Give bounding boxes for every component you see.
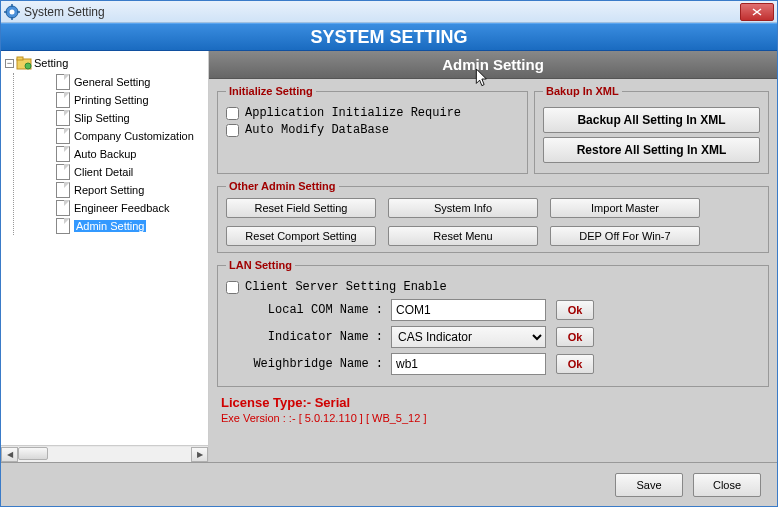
- tree-collapse-icon[interactable]: −: [5, 59, 14, 68]
- restore-all-xml-button[interactable]: Restore All Setting In XML: [543, 137, 760, 163]
- tree-item-label: Company Customization: [74, 130, 194, 142]
- tree-item-general-setting[interactable]: General Setting: [54, 73, 204, 91]
- close-window-button[interactable]: [740, 3, 774, 21]
- local-com-ok-button[interactable]: Ok: [556, 300, 594, 320]
- horizontal-scrollbar[interactable]: ◀ ▶: [1, 445, 208, 462]
- exe-version-text: Exe Version : :- [ 5.0.12.110 ] [ WB_5_1…: [221, 412, 765, 424]
- other-admin-group: Other Admin Setting Reset Field Setting …: [217, 180, 769, 253]
- close-icon: [752, 8, 762, 16]
- reset-comport-button[interactable]: Reset Comport Setting: [226, 226, 376, 246]
- content-body: Initialize Setting Application Initializ…: [209, 79, 777, 462]
- lan-setting-group: LAN Setting Client Server Setting Enable…: [217, 259, 769, 387]
- document-icon: [56, 200, 70, 216]
- footer-bar: Save Close: [1, 462, 777, 506]
- tree-item-slip-setting[interactable]: Slip Setting: [54, 109, 204, 127]
- tree-item-report-setting[interactable]: Report Setting: [54, 181, 204, 199]
- tree-children: General SettingPrinting SettingSlip Sett…: [13, 73, 204, 235]
- folder-gear-icon: [16, 55, 32, 71]
- backup-xml-group: Bakup In XML Backup All Setting In XML R…: [534, 85, 769, 174]
- svg-rect-7: [17, 57, 23, 60]
- client-server-enable-input[interactable]: [226, 281, 239, 294]
- svg-point-8: [25, 63, 31, 69]
- tree-root[interactable]: − Setting: [5, 55, 204, 71]
- titlebar: System Setting: [1, 1, 777, 23]
- content-title: Admin Setting: [442, 56, 544, 73]
- initialize-legend: Initialize Setting: [226, 85, 316, 97]
- tree-item-client-detail[interactable]: Client Detail: [54, 163, 204, 181]
- tree-item-label: Client Detail: [74, 166, 133, 178]
- tree-item-label: Slip Setting: [74, 112, 130, 124]
- tree-item-admin-setting[interactable]: Admin Setting: [54, 217, 204, 235]
- content-panel: Admin Setting Initialize Setting Applica…: [209, 51, 777, 462]
- weighbridge-name-input[interactable]: [391, 353, 546, 375]
- tree-panel: − Setting General SettingPrinting Settin…: [1, 51, 209, 462]
- tree-item-printing-setting[interactable]: Printing Setting: [54, 91, 204, 109]
- import-master-button[interactable]: Import Master: [550, 198, 700, 218]
- indicator-ok-button[interactable]: Ok: [556, 327, 594, 347]
- scroll-track[interactable]: [18, 447, 191, 462]
- weighbridge-ok-button[interactable]: Ok: [556, 354, 594, 374]
- license-type-text: License Type:- Serial: [221, 395, 765, 410]
- cursor-icon: [475, 69, 491, 92]
- window-title: System Setting: [24, 5, 740, 19]
- document-icon: [56, 74, 70, 90]
- other-legend: Other Admin Setting: [226, 180, 339, 192]
- lan-legend: LAN Setting: [226, 259, 295, 271]
- indicator-name-select[interactable]: CAS Indicator: [391, 326, 546, 348]
- backup-all-xml-button[interactable]: Backup All Setting In XML: [543, 107, 760, 133]
- tree-item-label: General Setting: [74, 76, 150, 88]
- dep-off-win7-button[interactable]: DEP Off For Win-7: [550, 226, 700, 246]
- app-init-require-checkbox[interactable]: Application Initialize Require: [226, 106, 519, 120]
- document-icon: [56, 218, 70, 234]
- auto-modify-db-checkbox[interactable]: Auto Modify DataBase: [226, 123, 519, 137]
- tree-item-label: Auto Backup: [74, 148, 136, 160]
- local-com-label: Local COM Name :: [226, 303, 391, 317]
- weighbridge-name-label: Weighbridge Name :: [226, 357, 391, 371]
- document-icon: [56, 182, 70, 198]
- client-server-enable-checkbox[interactable]: Client Server Setting Enable: [226, 280, 760, 294]
- svg-point-1: [10, 9, 15, 14]
- scroll-left-button[interactable]: ◀: [1, 447, 18, 462]
- reset-field-setting-button[interactable]: Reset Field Setting: [226, 198, 376, 218]
- indicator-name-label: Indicator Name :: [226, 330, 391, 344]
- tree-item-label: Engineer Feedback: [74, 202, 169, 214]
- tree-item-label: Printing Setting: [74, 94, 149, 106]
- page-banner: SYSTEM SETTING: [1, 23, 777, 51]
- scroll-right-button[interactable]: ▶: [191, 447, 208, 462]
- initialize-setting-group: Initialize Setting Application Initializ…: [217, 85, 528, 174]
- document-icon: [56, 146, 70, 162]
- document-icon: [56, 92, 70, 108]
- tree-item-engineer-feedback[interactable]: Engineer Feedback: [54, 199, 204, 217]
- gear-icon: [4, 4, 20, 20]
- auto-modify-db-input[interactable]: [226, 124, 239, 137]
- content-header: Admin Setting: [209, 51, 777, 79]
- backup-legend: Bakup In XML: [543, 85, 622, 97]
- tree-item-label: Report Setting: [74, 184, 144, 196]
- scroll-thumb[interactable]: [18, 447, 48, 460]
- tree-item-company-customization[interactable]: Company Customization: [54, 127, 204, 145]
- tree-item-auto-backup[interactable]: Auto Backup: [54, 145, 204, 163]
- reset-menu-button[interactable]: Reset Menu: [388, 226, 538, 246]
- system-info-button[interactable]: System Info: [388, 198, 538, 218]
- nav-tree: − Setting General SettingPrinting Settin…: [1, 51, 208, 445]
- document-icon: [56, 164, 70, 180]
- main-area: − Setting General SettingPrinting Settin…: [1, 51, 777, 462]
- tree-root-label: Setting: [34, 57, 68, 69]
- document-icon: [56, 128, 70, 144]
- app-init-require-input[interactable]: [226, 107, 239, 120]
- local-com-input[interactable]: [391, 299, 546, 321]
- tree-item-label: Admin Setting: [74, 220, 146, 232]
- document-icon: [56, 110, 70, 126]
- save-button[interactable]: Save: [615, 473, 683, 497]
- close-button[interactable]: Close: [693, 473, 761, 497]
